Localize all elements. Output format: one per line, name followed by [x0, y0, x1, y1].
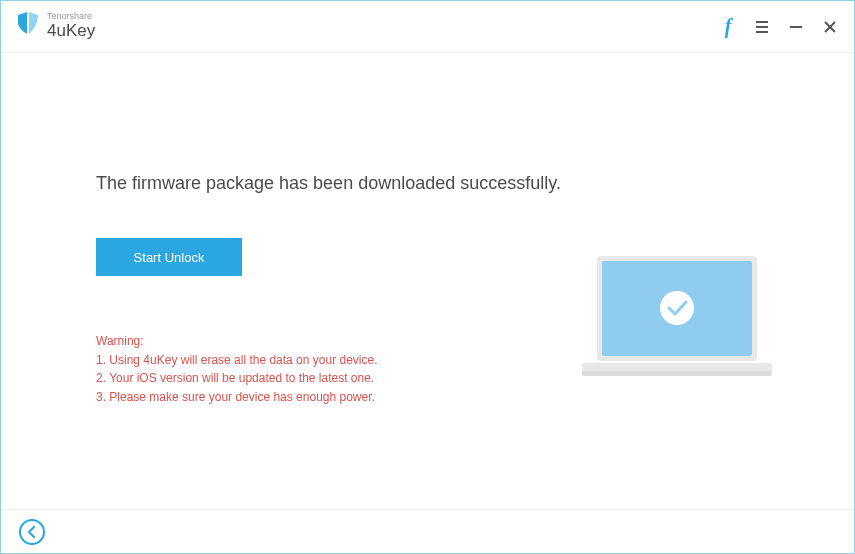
chevron-left-icon	[26, 526, 38, 538]
logo-text: Tenorshare 4uKey	[47, 12, 95, 41]
svg-rect-10	[582, 371, 772, 376]
close-icon[interactable]	[822, 19, 838, 35]
main-content: The firmware package has been downloaded…	[1, 53, 854, 509]
menu-icon[interactable]	[754, 19, 770, 35]
minimize-icon[interactable]	[788, 19, 804, 35]
facebook-icon[interactable]: f	[720, 19, 736, 35]
product-name: 4uKey	[47, 22, 95, 41]
status-headline: The firmware package has been downloaded…	[96, 173, 759, 194]
bottombar	[1, 509, 854, 553]
start-unlock-button[interactable]: Start Unlock	[96, 238, 242, 276]
titlebar: Tenorshare 4uKey f	[1, 1, 854, 53]
back-button[interactable]	[19, 519, 45, 545]
app-window: Tenorshare 4uKey f	[0, 0, 855, 554]
app-logo: Tenorshare 4uKey	[17, 12, 95, 42]
titlebar-controls: f	[720, 19, 838, 35]
svg-point-8	[660, 291, 694, 325]
laptop-illustration	[572, 251, 782, 395]
shield-logo-icon	[17, 12, 39, 42]
